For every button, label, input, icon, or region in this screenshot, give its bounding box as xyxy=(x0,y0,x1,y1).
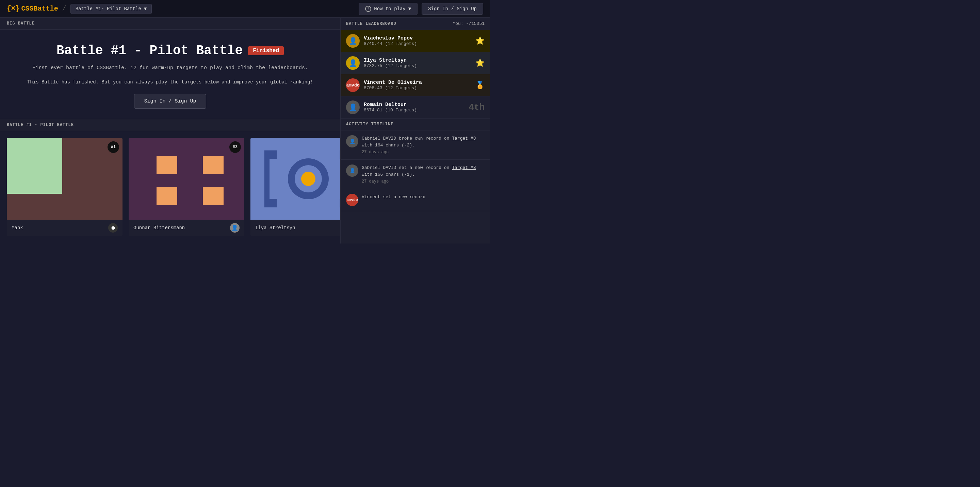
lb-avatar-2: 👤 xyxy=(346,56,360,70)
activity-user-3: Vincent xyxy=(362,195,383,200)
leaderboard-list: 👤 Viacheslav Popov 8740.44 (12 Targets) … xyxy=(340,30,490,118)
activity-action-1: broke own record on xyxy=(399,136,452,141)
activity-entry-2: 👤 Gabriel DAVID set a new record on Targ… xyxy=(340,160,490,189)
target-avatar-2: 👤 xyxy=(230,223,240,233)
target-thumb-3: #3 xyxy=(250,138,340,220)
target-3-bracket-left xyxy=(264,150,285,208)
lb-name-1: Viacheslav Popov xyxy=(364,35,471,41)
big-battle-bar: BIG BATTLE xyxy=(0,18,340,30)
lb-rank-4: 4th xyxy=(469,102,485,112)
target-2-sq3 xyxy=(156,187,177,205)
activity-link-1[interactable]: Target #8 xyxy=(452,136,476,141)
leaderboard-entry-4[interactable]: 👤 Romain Deltour 8674.81 (10 Targets) 4t… xyxy=(340,96,490,118)
hero-title-text: Battle #1 - Pilot Battle xyxy=(56,43,243,58)
activity-text-2: Gabriel DAVID set a new record on Target… xyxy=(362,164,485,178)
target-2-sq1 xyxy=(156,156,177,174)
logo[interactable]: {×} CSSBattle xyxy=(7,5,58,13)
header-left: {×} CSSBattle / Battle #1- Pilot Battle … xyxy=(7,4,152,14)
right-panel: BATTLE LEADERBOARD You: -/15051 👤 Viache… xyxy=(340,18,490,244)
lb-info-1: Viacheslav Popov 8740.44 (12 Targets) xyxy=(364,35,471,46)
lb-medal-2: ⭐ xyxy=(476,59,485,68)
target-info-1: Yank ⬤ xyxy=(7,220,123,236)
lb-score-3: 8708.43 (12 Targets) xyxy=(364,85,471,91)
target-1-green-rect xyxy=(7,138,62,193)
lb-name-4: Romain Deltour xyxy=(364,102,465,108)
activity-detail-2: with 166 chars (-1). xyxy=(362,172,415,177)
target-card-1[interactable]: #1 Yank ⬤ xyxy=(7,138,123,237)
logo-text: CSSBattle xyxy=(21,5,58,13)
target-avatar-1: ⬤ xyxy=(108,223,118,233)
activity-action-2: set a new record on xyxy=(399,165,452,170)
battle-selector-label: Battle #1- Pilot Battle xyxy=(76,6,141,11)
target-3-circle-center xyxy=(301,172,315,186)
activity-avatar-1: 👤 xyxy=(346,135,358,147)
hero-sub-text: This Battle has finished. But you can al… xyxy=(21,78,320,86)
activity-list: 👤 Gabriel DAVID broke own record on Targ… xyxy=(340,131,490,244)
lb-avatar-4: 👤 xyxy=(346,101,360,114)
target-thumb-2: #2 xyxy=(129,138,244,220)
lb-name-2: Ilya Streltsyn xyxy=(364,57,471,63)
finished-badge: Finished xyxy=(248,46,284,55)
target-badge-1: #1 xyxy=(108,141,119,153)
lb-medal-3: 🏅 xyxy=(476,81,485,90)
leaderboard-header: BATTLE LEADERBOARD You: -/15051 xyxy=(340,18,490,30)
activity-entry-1: 👤 Gabriel DAVID broke own record on Targ… xyxy=(340,131,490,160)
activity-time-1: 27 days ago xyxy=(362,150,485,155)
target-info-2: Gunnar Bittersmann 👤 xyxy=(129,220,244,236)
lb-avatar-1: 👤 xyxy=(346,34,360,48)
target-2-sq2 xyxy=(203,156,224,174)
target-badge-2: #2 xyxy=(229,141,241,153)
activity-text-3: Vincent set a new record xyxy=(362,194,425,201)
leaderboard-entry-3[interactable]: amvdo Vincent De Oliveira 8708.43 (12 Ta… xyxy=(340,74,490,96)
lb-info-2: Ilya Streltsyn 8732.75 (12 Targets) xyxy=(364,57,471,69)
target-name-2: Gunnar Bittersmann xyxy=(134,225,185,231)
activity-timeline-header: ACTIVITY TIMELINE xyxy=(340,118,490,131)
battle-selector[interactable]: Battle #1- Pilot Battle ▼ xyxy=(70,4,152,14)
leaderboard-entry-1[interactable]: 👤 Viacheslav Popov 8740.44 (12 Targets) … xyxy=(340,30,490,52)
leaderboard-user-score: You: -/15051 xyxy=(453,21,485,26)
target-2-sq4 xyxy=(203,187,224,205)
main-layout: BIG BATTLE Battle #1 - Pilot Battle Fini… xyxy=(0,18,490,244)
activity-detail-1: with 164 chars (-2). xyxy=(362,143,415,148)
lb-info-3: Vincent De Oliveira 8708.43 (12 Targets) xyxy=(364,80,471,91)
activity-content-2: Gabriel DAVID set a new record on Target… xyxy=(362,164,485,184)
activity-avatar-3: amvdo xyxy=(346,194,358,206)
question-icon: ? xyxy=(365,6,371,12)
leaderboard-title: BATTLE LEADERBOARD xyxy=(346,21,396,26)
activity-avatar-2: 👤 xyxy=(346,164,358,177)
target-name-3: Ilya Streltsyn xyxy=(255,225,295,231)
activity-user-2: Gabriel DAVID xyxy=(362,165,399,170)
activity-action-3: set a new record xyxy=(383,195,425,200)
leaderboard-entry-2[interactable]: 👤 Ilya Streltsyn 8732.75 (12 Targets) ⭐ xyxy=(340,52,490,74)
hero-title: Battle #1 - Pilot Battle Finished xyxy=(21,43,320,58)
target-3-bracket-right xyxy=(331,150,340,208)
header-divider: / xyxy=(62,5,66,13)
hero-section: Battle #1 - Pilot Battle Finished First … xyxy=(0,30,340,119)
target-name-1: Yank xyxy=(11,225,23,231)
lb-score-4: 8674.81 (10 Targets) xyxy=(364,108,465,113)
activity-time-2: 27 days ago xyxy=(362,179,485,184)
how-to-play-label: How to play xyxy=(374,6,405,11)
lb-score-1: 8740.44 (12 Targets) xyxy=(364,41,471,46)
target-card-2[interactable]: #2 Gunnar Bittersmann 👤 xyxy=(129,138,244,237)
activity-content-1: Gabriel DAVID broke own record on Target… xyxy=(362,135,485,155)
header: {×} CSSBattle / Battle #1- Pilot Battle … xyxy=(0,0,490,18)
target-info-3: Ilya Streltsyn 👤 xyxy=(250,220,340,236)
chevron-down-icon: ▼ xyxy=(144,6,147,11)
battle-section-bar: BATTLE #1 - PILOT BATTLE xyxy=(0,119,340,131)
targets-grid: #1 Yank ⬤ #2 Gunnar Bittersmann xyxy=(0,131,340,244)
activity-user-1: Gabriel DAVID xyxy=(362,136,399,141)
activity-content-3: Vincent set a new record xyxy=(362,194,425,201)
hero-signin-button[interactable]: Sign In / Sign Up xyxy=(134,94,206,109)
logo-icon: {×} xyxy=(7,5,19,13)
activity-entry-3: amvdo Vincent set a new record xyxy=(340,189,490,211)
lb-medal-1: ⭐ xyxy=(476,37,485,46)
how-to-play-button[interactable]: ? How to play ▼ xyxy=(359,3,417,15)
lb-info-4: Romain Deltour 8674.81 (10 Targets) xyxy=(364,102,465,113)
header-right: ? How to play ▼ Sign In / Sign Up xyxy=(359,3,483,15)
sign-in-header-button[interactable]: Sign In / Sign Up xyxy=(422,3,483,14)
left-panel: BIG BATTLE Battle #1 - Pilot Battle Fini… xyxy=(0,18,340,244)
activity-link-2[interactable]: Target #8 xyxy=(452,165,476,170)
chevron-down-icon: ▼ xyxy=(408,6,411,11)
target-card-3[interactable]: #3 Ilya Streltsyn 👤 xyxy=(250,138,340,237)
